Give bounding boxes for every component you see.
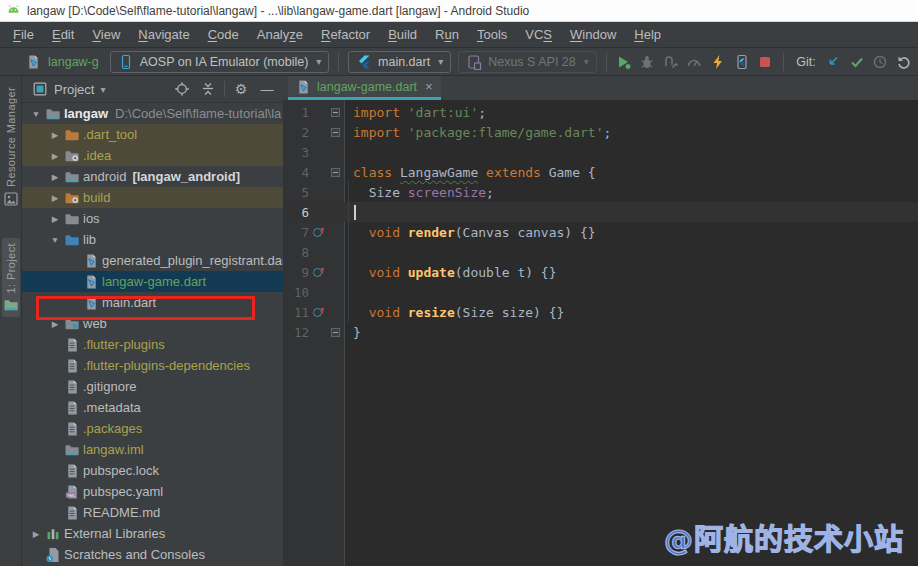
menu-refactor[interactable]: Refactor	[312, 24, 379, 45]
tree-item-label: langaw-game.dart	[102, 274, 206, 289]
code-line-1[interactable]: 1import 'dart:ui';	[283, 102, 918, 122]
settings-button[interactable]: ⚙	[231, 79, 251, 99]
attach-debugger-button[interactable]	[663, 50, 680, 74]
yaml-icon: YML	[63, 484, 81, 500]
tree-item--metadata[interactable]: .metadata	[22, 397, 283, 418]
menu-code[interactable]: Code	[199, 24, 248, 45]
tree-item-pubspec-yaml[interactable]: YMLpubspec.yaml	[22, 481, 283, 502]
run-config-selector[interactable]: main.dart ▾	[348, 51, 451, 73]
tool-stripe-resource-manager[interactable]: Resource Manager	[2, 82, 20, 212]
tree-item-generated-plugin-registrant-dart[interactable]: generated_plugin_registrant.dart	[22, 250, 283, 271]
code-editor[interactable]: 1import 'dart:ui';2import 'package:flame…	[283, 100, 918, 566]
run-button[interactable]	[615, 50, 632, 74]
code-text	[345, 204, 356, 220]
menu-tools[interactable]: Tools	[468, 24, 516, 45]
fold-marker-icon[interactable]	[326, 168, 345, 177]
chevron-collapsed-icon[interactable]: ▶	[47, 193, 63, 203]
git-history-button[interactable]	[872, 50, 889, 74]
menu-window[interactable]: Window	[561, 24, 625, 45]
git-commit-button[interactable]	[848, 50, 865, 74]
menu-view[interactable]: View	[83, 24, 129, 45]
collapse-all-button[interactable]	[198, 79, 218, 99]
fold-marker-icon[interactable]	[326, 108, 345, 117]
tree-item--flutter-plugins-dependencies[interactable]: .flutter-plugins-dependencies	[22, 355, 283, 376]
override-method-icon[interactable]	[309, 228, 326, 237]
hot-restart-button[interactable]	[733, 50, 750, 74]
tree-item-scratches-and-consoles[interactable]: Scratches and Consoles	[22, 544, 283, 565]
stripe-label: 1: Project	[5, 243, 17, 293]
debug-button[interactable]	[639, 50, 656, 74]
chevron-collapsed-icon[interactable]: ▶	[47, 319, 63, 329]
tree-item-ios[interactable]: ▶ios	[22, 208, 283, 229]
tree-item--gitignore[interactable]: .gitignore	[22, 376, 283, 397]
fold-marker-icon[interactable]	[326, 328, 345, 337]
chevron-collapsed-icon[interactable]: ▶	[28, 529, 44, 539]
tree-item-lib[interactable]: ▼lib	[22, 229, 283, 250]
tree-item-langaw[interactable]: ▼langawD:\Code\Self\flame-tutorial\la	[22, 103, 283, 124]
hot-reload-button[interactable]	[710, 50, 727, 74]
code-line-8[interactable]: 8	[283, 242, 918, 262]
menu-help[interactable]: Help	[625, 24, 670, 45]
code-line-5[interactable]: 5 Size screenSize;	[283, 182, 918, 202]
stop-button[interactable]	[757, 50, 774, 74]
menu-analyze[interactable]: Analyze	[248, 24, 312, 45]
tree-item-main-dart[interactable]: main.dart	[22, 292, 283, 313]
api-target-value: Nexus S API 28	[488, 55, 576, 69]
api-target-selector[interactable]: Nexus S API 28 ▾	[458, 51, 597, 73]
tree-item-android[interactable]: ▶android[langaw_android]	[22, 166, 283, 187]
tree-item--packages[interactable]: .packages	[22, 418, 283, 439]
chevron-expanded-icon[interactable]: ▼	[28, 109, 44, 119]
menu-navigate[interactable]: Navigate	[129, 24, 198, 45]
code-line-10[interactable]: 10	[283, 282, 918, 302]
code-line-4[interactable]: 4class LangawGame extends Game {	[283, 162, 918, 182]
tree-item-readme-md[interactable]: README.md	[22, 502, 283, 523]
code-line-11[interactable]: 11 void resize(Size size) {}	[283, 302, 918, 322]
tree-item--flutter-plugins[interactable]: .flutter-plugins	[22, 334, 283, 355]
hide-panel-button[interactable]: —	[257, 79, 277, 99]
line-number: 12	[283, 325, 309, 340]
code-line-12[interactable]: 12}	[283, 322, 918, 342]
override-method-icon[interactable]	[309, 308, 326, 317]
tree-item-build[interactable]: ▶build	[22, 187, 283, 208]
menu-vcs[interactable]: VCS	[516, 24, 561, 45]
toolbar-separator	[606, 53, 607, 71]
menu-build[interactable]: Build	[379, 24, 426, 45]
menu-file[interactable]: File	[4, 24, 43, 45]
tree-item-langaw-iml[interactable]: langaw.iml	[22, 439, 283, 460]
tree-item-pubspec-lock[interactable]: pubspec.lock	[22, 460, 283, 481]
fold-marker-icon[interactable]	[326, 128, 345, 137]
tree-item-label: External Libraries	[64, 526, 165, 541]
chevron-collapsed-icon[interactable]: ▶	[47, 151, 63, 161]
code-line-7[interactable]: 7 void render(Canvas canvas) {}	[283, 222, 918, 242]
chevron-collapsed-icon[interactable]: ▶	[47, 172, 63, 182]
code-text: }	[345, 325, 361, 340]
tree-item-langaw-game-dart[interactable]: langaw-game.dart	[22, 271, 283, 292]
chevron-collapsed-icon[interactable]: ▶	[47, 130, 63, 140]
tree-item--idea[interactable]: ▶.idea	[22, 145, 283, 166]
chevron-down-icon: ▾	[316, 56, 321, 67]
tree-item-label: langaw.iml	[83, 442, 144, 457]
code-line-9[interactable]: 9 void update(double t) {}	[283, 262, 918, 282]
git-rollback-button[interactable]	[895, 50, 912, 74]
code-line-3[interactable]: 3	[283, 142, 918, 162]
tool-stripe-1-project[interactable]: 1: Project	[2, 238, 20, 317]
panel-title[interactable]: Project	[54, 82, 94, 97]
tree-item-web[interactable]: ▶web	[22, 313, 283, 334]
chevron-collapsed-icon[interactable]: ▶	[47, 214, 63, 224]
git-update-button[interactable]	[825, 50, 842, 74]
chevron-expanded-icon[interactable]: ▼	[47, 235, 63, 245]
device-selector[interactable]: AOSP on IA Emulator (mobile) ▾	[110, 51, 330, 73]
code-line-6[interactable]: 6	[283, 202, 918, 222]
navbar-current-file[interactable]: langaw-g	[48, 55, 99, 69]
locate-file-button[interactable]	[172, 79, 192, 99]
tab-langaw-game-dart[interactable]: langaw-game.dart ×	[288, 76, 441, 100]
close-icon[interactable]: ×	[425, 80, 433, 93]
override-method-icon[interactable]	[309, 268, 326, 277]
tree-item--dart-tool[interactable]: ▶.dart_tool	[22, 124, 283, 145]
code-line-2[interactable]: 2import 'package:flame/game.dart';	[283, 122, 918, 142]
profiler-button[interactable]	[686, 50, 703, 74]
tree-item-external-libraries[interactable]: ▶External Libraries	[22, 523, 283, 544]
menu-run[interactable]: Run	[426, 24, 468, 45]
menu-edit[interactable]: Edit	[43, 24, 83, 45]
dart-file-icon	[296, 79, 311, 95]
